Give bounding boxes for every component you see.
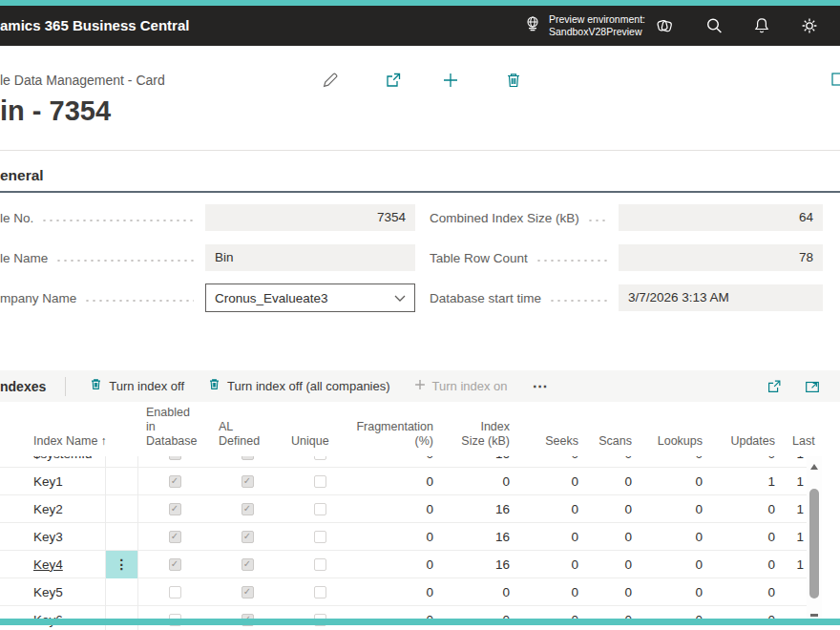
cell-seeks[interactable]: 0: [515, 502, 584, 516]
settings-icon[interactable]: [800, 16, 819, 35]
cell-al[interactable]: ✓: [211, 586, 284, 598]
more-options-icon[interactable]: ⋯: [533, 382, 548, 391]
cell-unique[interactable]: [284, 475, 356, 488]
cell-last[interactable]: 1: [781, 474, 807, 489]
clipped-window-icon[interactable]: [830, 71, 840, 90]
cell-frag[interactable]: 0: [356, 585, 439, 599]
cell-unique[interactable]: [284, 456, 356, 460]
cell-al[interactable]: ✓: [211, 503, 284, 515]
checkbox-unique-unchecked[interactable]: [314, 475, 326, 488]
turn-index-off-button[interactable]: Turn index off: [89, 377, 184, 395]
cell-frag[interactable]: 0: [356, 530, 439, 544]
checkbox-enabled-checked[interactable]: ✓: [169, 475, 181, 488]
cell-last[interactable]: 1: [781, 456, 807, 461]
column-header-enabled[interactable]: Enabled in Database: [138, 406, 211, 449]
cell-unique[interactable]: [284, 586, 356, 598]
checkbox-al-checked[interactable]: ✓: [242, 531, 254, 543]
index-name-link[interactable]: Key1: [33, 474, 63, 489]
cell-frag[interactable]: 0: [356, 474, 439, 489]
cell-al[interactable]: ✓: [211, 558, 284, 571]
cell-enabled[interactable]: ✓: [138, 558, 211, 571]
cell-lookups[interactable]: 0: [638, 585, 708, 599]
search-icon[interactable]: [704, 16, 724, 35]
checkbox-enabled-checked[interactable]: ✓: [169, 531, 181, 543]
turn-index-off-all-button[interactable]: Turn index off (all companies): [207, 377, 390, 395]
share-icon[interactable]: [384, 71, 403, 90]
checkbox-unique-unchecked[interactable]: [314, 586, 326, 598]
column-header-unique[interactable]: Unique: [284, 434, 356, 449]
cell-al[interactable]: ✓: [211, 475, 284, 488]
cell-last[interactable]: 1: [781, 557, 807, 572]
cell-seeks[interactable]: 0: [515, 557, 584, 572]
column-header-frag[interactable]: Fragmentation (%): [356, 420, 439, 449]
cell-updates[interactable]: 0: [708, 557, 781, 572]
cell-seeks[interactable]: 0: [515, 456, 584, 461]
cell-scans[interactable]: 0: [584, 557, 638, 572]
cell-index-name[interactable]: Key4: [0, 557, 105, 572]
cell-last[interactable]: 1: [781, 502, 807, 516]
index-name-link[interactable]: Key5: [33, 585, 63, 599]
combobox-company-name[interactable]: Cronus_Evalueate3: [205, 284, 415, 312]
copilot-icon[interactable]: [655, 16, 674, 35]
cell-updates[interactable]: 1: [708, 474, 781, 489]
cell-al[interactable]: ✓: [211, 531, 284, 543]
cell-enabled[interactable]: [138, 586, 211, 598]
checkbox-unique-unchecked[interactable]: [314, 558, 326, 571]
scroll-up-icon[interactable]: [810, 464, 818, 470]
column-header-size[interactable]: Index Size (kB): [439, 420, 515, 449]
cell-seeks[interactable]: 0: [515, 585, 584, 599]
cell-updates[interactable]: 0: [708, 585, 781, 599]
checkbox-al-checked[interactable]: ✓: [242, 475, 254, 488]
cell-enabled[interactable]: ✓: [138, 475, 211, 488]
cell-enabled[interactable]: ✓: [138, 531, 211, 543]
index-name-link[interactable]: $systemId: [33, 456, 93, 461]
cell-lookups[interactable]: 0: [638, 530, 708, 544]
general-section-heading[interactable]: eneral: [0, 167, 44, 184]
cell-lookups[interactable]: 0: [638, 456, 708, 461]
cell-lookups[interactable]: 0: [638, 557, 708, 572]
scrollbar-thumb[interactable]: [809, 489, 819, 598]
cell-seeks[interactable]: 0: [515, 474, 584, 489]
checkbox-unique-unchecked[interactable]: [314, 531, 326, 543]
column-header-scans[interactable]: Scans: [584, 434, 638, 449]
index-name-link[interactable]: Key3: [33, 530, 63, 544]
edit-icon[interactable]: [321, 71, 340, 90]
cell-index-name[interactable]: Key3: [0, 530, 105, 544]
column-header-al[interactable]: AL Defined: [211, 420, 284, 449]
index-name-link[interactable]: Key4: [33, 557, 63, 572]
table-row-systemid[interactable]: $systemId✓✓01600001: [0, 456, 807, 468]
column-header-updates[interactable]: Updates: [708, 434, 781, 449]
column-header-seeks[interactable]: Seeks: [515, 434, 584, 449]
cell-updates[interactable]: 0: [708, 502, 781, 516]
checkbox-al-checked[interactable]: ✓: [242, 503, 254, 515]
table-row-key4[interactable]: Key4⋮✓✓01600001: [0, 551, 807, 578]
delete-icon[interactable]: [504, 71, 523, 90]
table-row-key5[interactable]: Key5✓000000: [0, 578, 807, 606]
checkbox-enabled-unchecked[interactable]: [169, 586, 181, 598]
checkbox-enabled-checked[interactable]: ✓: [169, 558, 181, 571]
cell-lookups[interactable]: 0: [638, 474, 708, 489]
checkbox-al-checked[interactable]: ✓: [242, 558, 254, 571]
cell-index-name[interactable]: Key5: [0, 585, 105, 599]
table-row-key3[interactable]: Key3✓✓01600001: [0, 523, 807, 551]
cell-scans[interactable]: 0: [584, 456, 638, 461]
cell-updates[interactable]: 0: [708, 456, 781, 461]
checkbox-al-checked[interactable]: ✓: [242, 456, 254, 460]
column-header-last[interactable]: Last: [781, 434, 819, 449]
cell-size[interactable]: 0: [439, 474, 515, 489]
cell-frag[interactable]: 0: [356, 456, 439, 461]
table-row-key2[interactable]: Key2✓✓01600001: [0, 495, 807, 523]
cell-enabled[interactable]: ✓: [138, 503, 211, 515]
cell-unique[interactable]: [284, 503, 356, 515]
cell-al[interactable]: ✓: [211, 456, 284, 460]
column-header-lookups[interactable]: Lookups: [638, 434, 708, 449]
cell-enabled[interactable]: ✓: [138, 456, 211, 460]
checkbox-al-checked[interactable]: ✓: [242, 586, 254, 598]
focus-mode-icon[interactable]: [804, 378, 821, 395]
cell-scans[interactable]: 0: [584, 474, 638, 489]
chevron-down-icon[interactable]: [394, 289, 406, 306]
cell-lookups[interactable]: 0: [638, 502, 708, 516]
cell-scans[interactable]: 0: [584, 530, 638, 544]
cell-size[interactable]: 16: [439, 502, 515, 516]
cell-index-name[interactable]: $systemId: [0, 456, 105, 461]
